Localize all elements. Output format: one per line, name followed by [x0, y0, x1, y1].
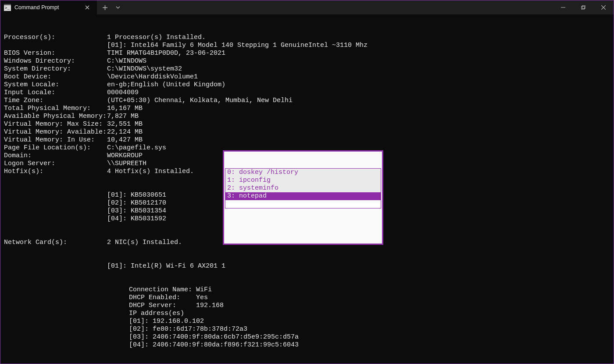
output-label: Logon Server:	[4, 160, 107, 168]
terminal-output[interactable]: Processor(s):1 Processor(s) Installed.[0…	[0, 14, 614, 364]
output-row: Time Zone:(UTC+05:30) Chennai, Kolkata, …	[4, 97, 610, 105]
cmd-icon: >_	[4, 4, 11, 11]
output-value: \Device\HarddiskVolume1	[107, 73, 198, 81]
output-label: Time Zone:	[4, 97, 107, 105]
svg-text:>_: >_	[5, 6, 10, 11]
nic-detail-row: IP address(es)	[4, 310, 610, 318]
nic-detail-row: DHCP Enabled: Yes	[4, 294, 610, 302]
new-tab-button[interactable]	[97, 0, 113, 14]
output-label: Domain:	[4, 152, 107, 160]
output-row: Boot Device:\Device\HarddiskVolume1	[4, 73, 610, 81]
output-row: BIOS Version:TIMI RMATG4B1P0D0D, 23-06-2…	[4, 49, 610, 57]
output-label: Processor(s):	[4, 34, 107, 42]
output-value: 32,551 MB	[107, 120, 143, 128]
output-label: Hotfix(s):	[4, 168, 107, 176]
output-label: Boot Device:	[4, 73, 107, 81]
history-input-line[interactable]	[225, 200, 381, 208]
history-item[interactable]: 2: systeminfo	[225, 184, 381, 192]
history-item[interactable]: 0: doskey /history	[225, 169, 381, 177]
output-label	[4, 42, 107, 49]
nic-value: 2 NIC(s) Installed.	[107, 239, 182, 247]
history-list: 0: doskey /history1: ipconfig2: systemin…	[225, 168, 381, 209]
output-label: System Directory:	[4, 65, 107, 73]
output-row: Virtual Memory: In Use:10,427 MB	[4, 136, 610, 144]
output-row: System Directory:C:\WINDOWS\system32	[4, 65, 610, 73]
svg-rect-8	[582, 7, 585, 10]
nic-detail-row: [01]: 192.168.0.102	[4, 318, 610, 325]
tab-close-button[interactable]	[83, 3, 92, 12]
output-value: C:\WINDOWS\system32	[107, 65, 182, 73]
output-value: 00004009	[107, 89, 139, 97]
output-label: Page File Location(s):	[4, 144, 107, 152]
output-row: Total Physical Memory:16,167 MB	[4, 105, 610, 113]
output-value: C:\WINDOWS	[107, 57, 146, 65]
close-button[interactable]	[593, 0, 614, 14]
nic-detail-row: [03]: 2406:7400:9f:80da:6cb7:d5e9:295c:d…	[4, 333, 610, 341]
nic-detail-row: Connection Name: WiFi	[4, 286, 610, 294]
output-label: Virtual Memory: Max Size:	[4, 120, 107, 128]
output-label: Input Locale:	[4, 89, 107, 97]
nic-label: Network Card(s):	[4, 239, 107, 247]
window-controls	[553, 0, 614, 14]
output-row: System Locale:en-gb;English (United King…	[4, 81, 610, 89]
output-row: Processor(s):1 Processor(s) Installed.	[4, 34, 610, 42]
tab-command-prompt[interactable]: >_ Command Prompt	[0, 0, 97, 14]
output-row: Windows Directory:C:\WINDOWS	[4, 57, 610, 65]
output-row: Available Physical Memory:7,827 MB	[4, 113, 610, 120]
output-row: [01]: Intel64 Family 6 Model 140 Steppin…	[4, 42, 610, 49]
output-value: en-gb;English (United Kingdom)	[107, 81, 225, 89]
titlebar: >_ Command Prompt	[0, 0, 614, 14]
output-row: Input Locale:00004009	[4, 89, 610, 97]
output-value: 10,427 MB	[107, 136, 143, 144]
output-label: BIOS Version:	[4, 49, 107, 57]
terminal-window: >_ Command Prompt Processor(s)	[0, 0, 614, 364]
output-label: Virtual Memory: Available:	[4, 128, 107, 136]
svg-rect-1	[4, 4, 11, 5]
output-value: \\SUPREETH	[107, 160, 146, 168]
titlebar-drag-area[interactable]	[123, 0, 553, 14]
nic-detail-row: DHCP Server: 192.168	[4, 302, 610, 310]
output-value: 4 Hotfix(s) Installed.	[107, 168, 194, 176]
maximize-button[interactable]	[573, 0, 593, 14]
history-item[interactable]: 3: notepad	[225, 192, 381, 200]
output-value: [01]: Intel64 Family 6 Model 140 Steppin…	[107, 42, 368, 49]
output-value: 16,167 MB	[107, 105, 143, 113]
minimize-button[interactable]	[553, 0, 573, 14]
output-row: Virtual Memory: Max Size:32,551 MB	[4, 120, 610, 128]
history-item[interactable]: 1: ipconfig	[225, 177, 381, 184]
output-row: Virtual Memory: Available:22,124 MB	[4, 128, 610, 136]
output-value: C:\pagefile.sys	[107, 144, 166, 152]
nic1-head: [01]: Intel(R) Wi-Fi 6 AX201 1	[4, 262, 610, 270]
command-history-popup: 0: doskey /history1: ipconfig2: systemin…	[223, 150, 383, 245]
output-label: System Locale:	[4, 81, 107, 89]
nic-detail-row: [02]: fe80::6d17:78b:378d:72a3	[4, 325, 610, 333]
output-label: Total Physical Memory:	[4, 105, 107, 113]
svg-rect-9	[582, 6, 585, 9]
output-value: 7,827 MB	[107, 113, 139, 120]
nic-detail-row: [04]: 2406:7400:9f:80da:f896:f321:99c5:6…	[4, 341, 610, 349]
tab-title: Command Prompt	[14, 4, 59, 11]
output-label: Windows Directory:	[4, 57, 107, 65]
output-value: (UTC+05:30) Chennai, Kolkata, Mumbai, Ne…	[107, 97, 293, 105]
output-label: Available Physical Memory:	[4, 113, 107, 120]
output-value: TIMI RMATG4B1P0D0D, 23-06-2021	[107, 49, 225, 57]
output-value: 1 Processor(s) Installed.	[107, 34, 206, 42]
output-label: Virtual Memory: In Use:	[4, 136, 107, 144]
tab-dropdown-button[interactable]	[113, 0, 123, 14]
output-value: WORKGROUP	[107, 152, 143, 160]
output-value: 22,124 MB	[107, 128, 143, 136]
